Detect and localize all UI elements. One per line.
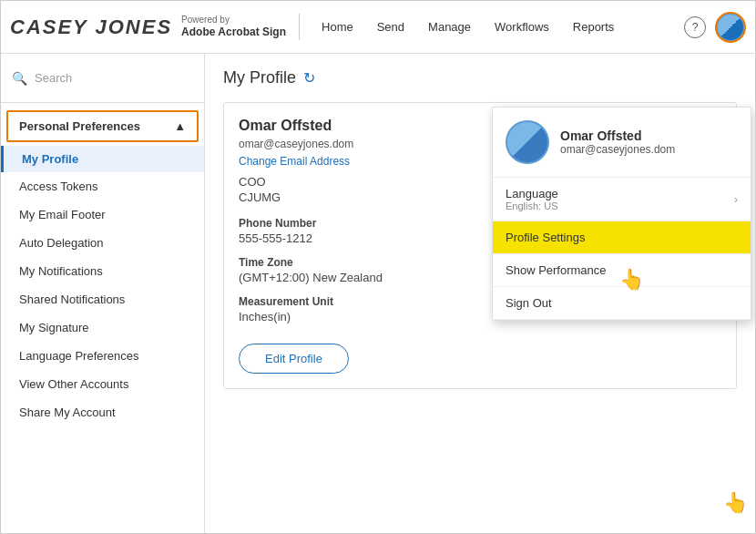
sidebar-item-auto-delegation[interactable]: Auto Delegation	[1, 229, 204, 257]
dropdown-language-item[interactable]: Language English: US ›	[493, 178, 751, 221]
user-dropdown: Omar Offsted omar@caseyjones.dom Languag…	[492, 107, 751, 321]
search-bar[interactable]: 🔍 Search	[1, 54, 204, 103]
sidebar-item-my-signature[interactable]: My Signature	[1, 313, 204, 342]
personal-preferences-category[interactable]: Personal Preferences ▲	[6, 110, 199, 142]
logo-area: CASEY JONES Powered by Adobe Acrobat Sig…	[10, 14, 300, 40]
dropdown-avatar	[506, 120, 549, 164]
dropdown-user-name: Omar Offsted	[560, 128, 675, 143]
dropdown-user-email: omar@caseyjones.dom	[560, 143, 675, 156]
sidebar-item-share-my-account[interactable]: Share My Account	[1, 398, 204, 426]
sidebar-item-language-preferences[interactable]: Language Preferences	[1, 342, 204, 370]
sidebar-item-email-footer[interactable]: My Email Footer	[1, 200, 204, 229]
adobe-acrobat-label: Adobe Acrobat Sign	[181, 26, 286, 40]
dropdown-profile-settings-item[interactable]: Profile Settings	[493, 221, 751, 254]
sidebar-item-my-profile[interactable]: My Profile	[1, 146, 204, 172]
sidebar-section: Personal Preferences ▲ My Profile Access…	[1, 103, 204, 430]
sidebar-item-my-notifications[interactable]: My Notifications	[1, 257, 204, 285]
nav-manage[interactable]: Manage	[419, 15, 480, 39]
sidebar-item-view-other-accounts[interactable]: View Other Accounts	[1, 370, 204, 398]
change-email-link[interactable]: Change Email Address	[239, 155, 350, 168]
language-sub: English: US	[506, 200, 558, 211]
search-label: Search	[35, 71, 72, 85]
refresh-icon[interactable]: ↻	[303, 69, 315, 87]
nav-reports[interactable]: Reports	[564, 15, 624, 39]
nav-workflows[interactable]: Workflows	[485, 15, 558, 39]
show-performance-label: Show Performance	[506, 263, 607, 277]
content-area: My Profile ↻ Omar Offsted omar@caseyjone…	[205, 54, 755, 534]
app-header: CASEY JONES Powered by Adobe Acrobat Sig…	[1, 1, 755, 54]
sign-out-label: Sign Out	[506, 296, 552, 310]
main-layout: 🔍 Search Personal Preferences ▲ My Profi…	[1, 54, 755, 534]
dropdown-user-info: Omar Offsted omar@caseyjones.dom	[560, 128, 675, 156]
casey-jones-logo: CASEY JONES	[10, 15, 172, 39]
nav-home[interactable]: Home	[312, 15, 363, 39]
category-label: Personal Preferences	[19, 119, 140, 133]
page-title: My Profile	[223, 68, 296, 87]
sidebar-item-shared-notifications[interactable]: Shared Notifications	[1, 285, 204, 313]
sidebar-item-access-tokens[interactable]: Access Tokens	[1, 172, 204, 200]
page-title-row: My Profile ↻	[223, 68, 737, 87]
nav-send[interactable]: Send	[368, 15, 414, 39]
adobe-brand: Powered by Adobe Acrobat Sign	[181, 14, 286, 40]
main-nav: Home Send Manage Workflows Reports	[312, 15, 684, 39]
chevron-up-icon: ▲	[174, 119, 186, 133]
powered-by-text: Powered by	[181, 14, 286, 26]
search-icon: 🔍	[12, 71, 27, 86]
dropdown-user-header: Omar Offsted omar@caseyjones.dom	[493, 108, 751, 178]
sidebar: 🔍 Search Personal Preferences ▲ My Profi…	[1, 54, 205, 534]
help-button[interactable]: ?	[684, 16, 706, 38]
language-item-content: Language English: US	[506, 187, 558, 211]
dropdown-sign-out-item[interactable]: Sign Out	[493, 287, 751, 320]
language-chevron-icon: ›	[734, 193, 738, 206]
dropdown-show-performance-item[interactable]: Show Performance	[493, 254, 751, 287]
header-right: ?	[684, 12, 746, 43]
profile-settings-label: Profile Settings	[506, 231, 585, 244]
user-avatar-button[interactable]	[715, 12, 746, 43]
cursor-hand-legal-icon: 👆	[723, 491, 748, 515]
language-label: Language	[506, 187, 558, 200]
edit-profile-button[interactable]: Edit Profile	[239, 344, 349, 374]
